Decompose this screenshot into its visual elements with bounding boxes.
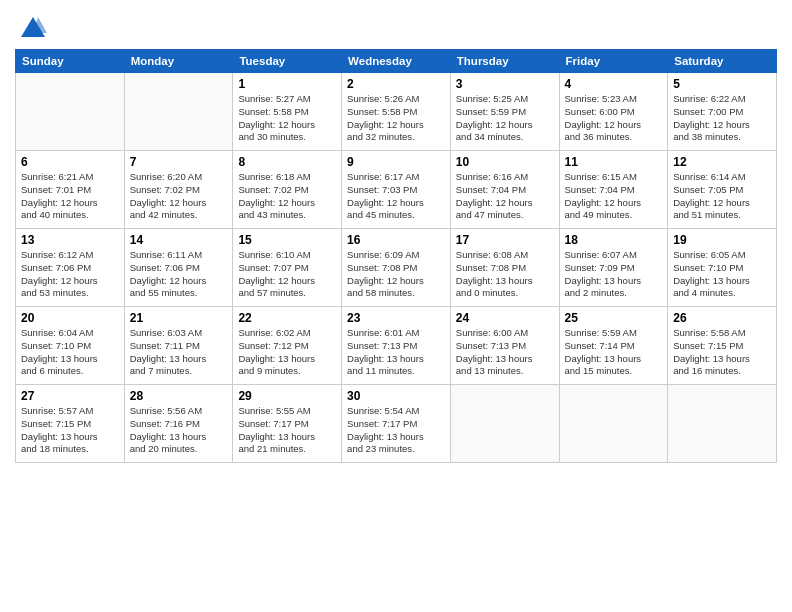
day-number: 6: [21, 155, 119, 169]
calendar-cell: [124, 73, 233, 151]
day-info: Sunrise: 6:15 AM Sunset: 7:04 PM Dayligh…: [565, 171, 663, 222]
day-number: 21: [130, 311, 228, 325]
calendar-cell: 6Sunrise: 6:21 AM Sunset: 7:01 PM Daylig…: [16, 151, 125, 229]
logo-icon: [19, 15, 47, 43]
day-info: Sunrise: 6:21 AM Sunset: 7:01 PM Dayligh…: [21, 171, 119, 222]
calendar-cell: [559, 385, 668, 463]
day-number: 24: [456, 311, 554, 325]
calendar-cell: 4Sunrise: 5:23 AM Sunset: 6:00 PM Daylig…: [559, 73, 668, 151]
calendar-cell: 1Sunrise: 5:27 AM Sunset: 5:58 PM Daylig…: [233, 73, 342, 151]
calendar-cell: 17Sunrise: 6:08 AM Sunset: 7:08 PM Dayli…: [450, 229, 559, 307]
week-row-1: 1Sunrise: 5:27 AM Sunset: 5:58 PM Daylig…: [16, 73, 777, 151]
calendar-cell: 11Sunrise: 6:15 AM Sunset: 7:04 PM Dayli…: [559, 151, 668, 229]
calendar-cell: 23Sunrise: 6:01 AM Sunset: 7:13 PM Dayli…: [342, 307, 451, 385]
calendar-cell: 8Sunrise: 6:18 AM Sunset: 7:02 PM Daylig…: [233, 151, 342, 229]
day-info: Sunrise: 6:17 AM Sunset: 7:03 PM Dayligh…: [347, 171, 445, 222]
day-number: 14: [130, 233, 228, 247]
day-info: Sunrise: 6:20 AM Sunset: 7:02 PM Dayligh…: [130, 171, 228, 222]
calendar-cell: 21Sunrise: 6:03 AM Sunset: 7:11 PM Dayli…: [124, 307, 233, 385]
week-row-5: 27Sunrise: 5:57 AM Sunset: 7:15 PM Dayli…: [16, 385, 777, 463]
day-number: 17: [456, 233, 554, 247]
calendar-cell: 3Sunrise: 5:25 AM Sunset: 5:59 PM Daylig…: [450, 73, 559, 151]
calendar-cell: 19Sunrise: 6:05 AM Sunset: 7:10 PM Dayli…: [668, 229, 777, 307]
day-info: Sunrise: 6:02 AM Sunset: 7:12 PM Dayligh…: [238, 327, 336, 378]
day-info: Sunrise: 6:14 AM Sunset: 7:05 PM Dayligh…: [673, 171, 771, 222]
header: [15, 10, 777, 43]
calendar-header: SundayMondayTuesdayWednesdayThursdayFrid…: [16, 50, 777, 73]
day-number: 7: [130, 155, 228, 169]
calendar-cell: 15Sunrise: 6:10 AM Sunset: 7:07 PM Dayli…: [233, 229, 342, 307]
day-info: Sunrise: 5:56 AM Sunset: 7:16 PM Dayligh…: [130, 405, 228, 456]
calendar-cell: [668, 385, 777, 463]
calendar-cell: 14Sunrise: 6:11 AM Sunset: 7:06 PM Dayli…: [124, 229, 233, 307]
day-number: 28: [130, 389, 228, 403]
calendar-cell: 24Sunrise: 6:00 AM Sunset: 7:13 PM Dayli…: [450, 307, 559, 385]
day-info: Sunrise: 5:25 AM Sunset: 5:59 PM Dayligh…: [456, 93, 554, 144]
page-container: SundayMondayTuesdayWednesdayThursdayFrid…: [0, 0, 792, 473]
day-number: 30: [347, 389, 445, 403]
header-row: SundayMondayTuesdayWednesdayThursdayFrid…: [16, 50, 777, 73]
day-info: Sunrise: 5:23 AM Sunset: 6:00 PM Dayligh…: [565, 93, 663, 144]
day-info: Sunrise: 6:07 AM Sunset: 7:09 PM Dayligh…: [565, 249, 663, 300]
day-number: 25: [565, 311, 663, 325]
week-row-4: 20Sunrise: 6:04 AM Sunset: 7:10 PM Dayli…: [16, 307, 777, 385]
day-header-wednesday: Wednesday: [342, 50, 451, 73]
day-number: 8: [238, 155, 336, 169]
day-info: Sunrise: 6:09 AM Sunset: 7:08 PM Dayligh…: [347, 249, 445, 300]
day-info: Sunrise: 6:08 AM Sunset: 7:08 PM Dayligh…: [456, 249, 554, 300]
day-info: Sunrise: 5:57 AM Sunset: 7:15 PM Dayligh…: [21, 405, 119, 456]
day-header-monday: Monday: [124, 50, 233, 73]
day-info: Sunrise: 6:11 AM Sunset: 7:06 PM Dayligh…: [130, 249, 228, 300]
day-info: Sunrise: 6:16 AM Sunset: 7:04 PM Dayligh…: [456, 171, 554, 222]
day-info: Sunrise: 6:00 AM Sunset: 7:13 PM Dayligh…: [456, 327, 554, 378]
day-number: 16: [347, 233, 445, 247]
day-number: 22: [238, 311, 336, 325]
calendar-cell: 12Sunrise: 6:14 AM Sunset: 7:05 PM Dayli…: [668, 151, 777, 229]
day-info: Sunrise: 5:58 AM Sunset: 7:15 PM Dayligh…: [673, 327, 771, 378]
calendar-cell: [16, 73, 125, 151]
day-header-tuesday: Tuesday: [233, 50, 342, 73]
week-row-3: 13Sunrise: 6:12 AM Sunset: 7:06 PM Dayli…: [16, 229, 777, 307]
day-number: 27: [21, 389, 119, 403]
day-header-sunday: Sunday: [16, 50, 125, 73]
day-number: 15: [238, 233, 336, 247]
calendar-cell: 13Sunrise: 6:12 AM Sunset: 7:06 PM Dayli…: [16, 229, 125, 307]
calendar-cell: 2Sunrise: 5:26 AM Sunset: 5:58 PM Daylig…: [342, 73, 451, 151]
calendar-cell: 30Sunrise: 5:54 AM Sunset: 7:17 PM Dayli…: [342, 385, 451, 463]
calendar-table: SundayMondayTuesdayWednesdayThursdayFrid…: [15, 49, 777, 463]
day-number: 11: [565, 155, 663, 169]
day-info: Sunrise: 5:59 AM Sunset: 7:14 PM Dayligh…: [565, 327, 663, 378]
day-header-friday: Friday: [559, 50, 668, 73]
day-header-saturday: Saturday: [668, 50, 777, 73]
calendar-cell: 28Sunrise: 5:56 AM Sunset: 7:16 PM Dayli…: [124, 385, 233, 463]
day-number: 3: [456, 77, 554, 91]
day-info: Sunrise: 5:54 AM Sunset: 7:17 PM Dayligh…: [347, 405, 445, 456]
calendar-cell: 9Sunrise: 6:17 AM Sunset: 7:03 PM Daylig…: [342, 151, 451, 229]
day-header-thursday: Thursday: [450, 50, 559, 73]
day-number: 26: [673, 311, 771, 325]
day-number: 10: [456, 155, 554, 169]
day-number: 23: [347, 311, 445, 325]
day-info: Sunrise: 5:55 AM Sunset: 7:17 PM Dayligh…: [238, 405, 336, 456]
day-number: 18: [565, 233, 663, 247]
calendar-cell: 10Sunrise: 6:16 AM Sunset: 7:04 PM Dayli…: [450, 151, 559, 229]
calendar-cell: 5Sunrise: 6:22 AM Sunset: 7:00 PM Daylig…: [668, 73, 777, 151]
day-number: 20: [21, 311, 119, 325]
day-info: Sunrise: 6:04 AM Sunset: 7:10 PM Dayligh…: [21, 327, 119, 378]
day-number: 4: [565, 77, 663, 91]
calendar-cell: 7Sunrise: 6:20 AM Sunset: 7:02 PM Daylig…: [124, 151, 233, 229]
day-info: Sunrise: 6:22 AM Sunset: 7:00 PM Dayligh…: [673, 93, 771, 144]
calendar-cell: 22Sunrise: 6:02 AM Sunset: 7:12 PM Dayli…: [233, 307, 342, 385]
day-info: Sunrise: 6:10 AM Sunset: 7:07 PM Dayligh…: [238, 249, 336, 300]
calendar-cell: 29Sunrise: 5:55 AM Sunset: 7:17 PM Dayli…: [233, 385, 342, 463]
calendar-cell: [450, 385, 559, 463]
calendar-cell: 20Sunrise: 6:04 AM Sunset: 7:10 PM Dayli…: [16, 307, 125, 385]
calendar-cell: 27Sunrise: 5:57 AM Sunset: 7:15 PM Dayli…: [16, 385, 125, 463]
calendar-cell: 18Sunrise: 6:07 AM Sunset: 7:09 PM Dayli…: [559, 229, 668, 307]
logo: [15, 15, 47, 43]
day-info: Sunrise: 6:03 AM Sunset: 7:11 PM Dayligh…: [130, 327, 228, 378]
day-info: Sunrise: 6:12 AM Sunset: 7:06 PM Dayligh…: [21, 249, 119, 300]
calendar-body: 1Sunrise: 5:27 AM Sunset: 5:58 PM Daylig…: [16, 73, 777, 463]
calendar-cell: 25Sunrise: 5:59 AM Sunset: 7:14 PM Dayli…: [559, 307, 668, 385]
day-number: 5: [673, 77, 771, 91]
